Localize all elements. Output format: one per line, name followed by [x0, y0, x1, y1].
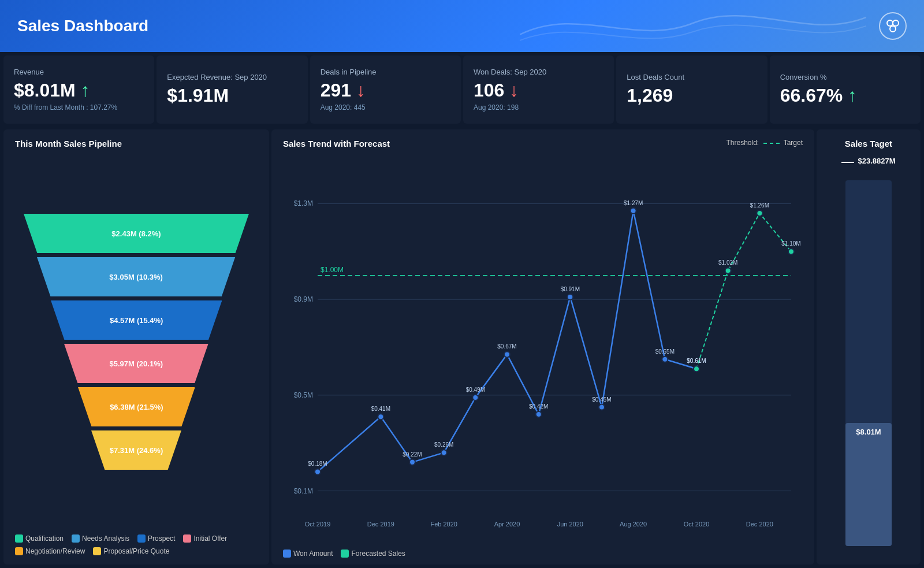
legend-label: Initial Offer	[193, 534, 227, 543]
svg-text:Oct 2019: Oct 2019	[305, 521, 331, 528]
funnel-layer-3: $5.97M (20.1%)	[64, 344, 208, 385]
kpi-card-1: Exepcted Revenue: Sep 2020 $1.91M	[157, 55, 307, 124]
kpi-card-0: Revenue $8.01M ↑ % Diff from Last Month …	[3, 55, 154, 124]
chart-legend-color	[341, 550, 349, 558]
legend-label: Qualification	[25, 534, 64, 543]
target-bar-value: $8.01M	[856, 423, 881, 436]
svg-text:$0.65M: $0.65M	[655, 348, 675, 355]
svg-text:$1.02M: $1.02M	[718, 259, 737, 266]
svg-point-0	[887, 20, 893, 26]
svg-point-41	[472, 395, 478, 400]
legend-color-box	[15, 547, 23, 555]
svg-text:Apr 2020: Apr 2020	[494, 521, 520, 528]
kpi-value: 1,269	[627, 85, 757, 106]
chart-title: Sales Trend with Forecast	[283, 139, 390, 149]
header: Sales Dashboard	[0, 0, 924, 52]
kpi-card-2: Deals in Pipeline 291 ↓ Aug 2020: 445	[310, 55, 461, 124]
svg-text:$0.61M: $0.61M	[687, 358, 706, 364]
kpi-arrow: ↑	[848, 85, 857, 106]
funnel-layer-svg-1: $3.05M (10.3%)	[37, 257, 235, 296]
legend-label: Negotiation/Review	[25, 547, 85, 555]
svg-text:$0.9M: $0.9M	[294, 295, 313, 303]
target-bar-fill: $8.01M	[845, 423, 892, 546]
svg-point-63	[788, 248, 794, 254]
kpi-card-3: Won Deals: Sep 2020 106 ↓ Aug 2020: 198	[463, 55, 614, 124]
legend-color-box	[72, 534, 80, 543]
svg-text:$7.31M (24.6%): $7.31M (24.6%)	[110, 446, 163, 455]
kpi-sub: Aug 2020: 198	[474, 103, 603, 112]
svg-text:$0.41M: $0.41M	[371, 406, 390, 412]
kpi-value: 66.67% ↑	[780, 85, 910, 106]
funnel-legend-item-3: Initial Offer	[183, 534, 227, 543]
svg-point-43	[504, 351, 510, 357]
kpi-label: Won Deals: Sep 2020	[474, 68, 603, 76]
funnel-legend-item-2: Prospect	[137, 534, 175, 543]
funnel-layer-2: $4.57M (15.4%)	[51, 300, 222, 342]
svg-text:Dec 2020: Dec 2020	[746, 521, 773, 528]
kpi-value: 291 ↓	[321, 80, 450, 101]
chart-legend: Won AmountForecasted Sales	[283, 550, 803, 558]
funnel-layer-svg-3: $5.97M (20.1%)	[64, 344, 208, 383]
svg-point-49	[599, 404, 605, 410]
funnel-legend-item-5: Proposal/Price Quote	[93, 547, 169, 555]
header-title: Sales Dashboard	[17, 17, 148, 35]
chart-panel: Sales Trend with Forecast Threshold: Tar…	[271, 129, 814, 565]
svg-text:$4.57M (15.4%): $4.57M (15.4%)	[110, 316, 163, 325]
svg-text:$0.22M: $0.22M	[403, 451, 422, 458]
header-logo	[879, 12, 907, 40]
target-line-value: $23.8827M	[858, 157, 895, 165]
svg-point-51	[631, 208, 636, 214]
chart-header: Sales Trend with Forecast Threshold: Tar…	[283, 139, 803, 157]
svg-text:$0.26M: $0.26M	[434, 441, 453, 448]
svg-point-37	[409, 459, 415, 465]
legend-color-box	[183, 534, 191, 543]
kpi-label: Exepcted Revenue: Sep 2020	[167, 73, 297, 81]
svg-text:$1.26M: $1.26M	[750, 202, 769, 209]
chart-legend-color	[283, 550, 291, 558]
chart-legend-item-0: Won Amount	[283, 550, 333, 558]
threshold-line-icon	[763, 143, 780, 144]
funnel-legend-item-0: Qualification	[15, 534, 64, 543]
svg-text:$0.91M: $0.91M	[561, 286, 580, 292]
legend-color-box	[15, 534, 23, 543]
legend-color-box	[93, 547, 101, 555]
kpi-row: Revenue $8.01M ↑ % Diff from Last Month …	[0, 52, 924, 127]
main-content: This Month Sales Pipeline $2.43M (8.2%)$…	[0, 127, 924, 568]
kpi-sub: Aug 2020: 445	[321, 103, 450, 112]
chart-legend-item-1: Forecasted Sales	[341, 550, 405, 558]
funnel-layer-5: $7.31M (24.6%)	[91, 430, 181, 472]
kpi-value: $1.91M	[167, 85, 297, 106]
svg-point-2	[890, 26, 896, 32]
svg-text:$1.00M: $1.00M	[321, 266, 344, 274]
kpi-label: Conversion %	[780, 73, 910, 81]
svg-point-61	[757, 210, 762, 216]
kpi-sub: % Diff from Last Month : 107.27%	[14, 103, 144, 112]
target-line-icon	[841, 162, 854, 163]
svg-point-45	[536, 411, 542, 417]
kpi-value: $8.01M ↑	[14, 80, 144, 101]
threshold-legend: Threshold: Target	[726, 139, 803, 147]
funnel-layer-svg-5: $7.31M (24.6%)	[91, 430, 181, 470]
legend-label: Needs Analysis	[82, 534, 129, 543]
svg-text:$0.18M: $0.18M	[308, 461, 327, 467]
svg-text:$0.45M: $0.45M	[592, 396, 611, 403]
svg-text:$3.05M (10.3%): $3.05M (10.3%)	[110, 273, 163, 281]
funnel-legend-item-1: Needs Analysis	[72, 534, 129, 543]
kpi-label: Revenue	[14, 68, 144, 76]
svg-text:$1.3M: $1.3M	[294, 199, 313, 207]
legend-label: Prospect	[148, 534, 175, 543]
kpi-arrow: ↑	[81, 80, 90, 101]
funnel-panel: This Month Sales Pipeline $2.43M (8.2%)$…	[3, 129, 269, 565]
chart-legend-label: Won Amount	[293, 550, 333, 558]
kpi-card-5: Conversion % 66.67% ↑	[770, 55, 921, 124]
svg-text:$2.43M (8.2%): $2.43M (8.2%)	[111, 229, 161, 238]
funnel-layer-svg-0: $2.43M (8.2%)	[24, 214, 249, 253]
svg-point-53	[662, 357, 668, 362]
svg-text:Jun 2020: Jun 2020	[557, 521, 583, 528]
funnel-container: $2.43M (8.2%)$3.05M (10.3%)$4.57M (15.4%…	[15, 157, 258, 529]
svg-text:$0.67M: $0.67M	[497, 343, 516, 350]
sales-target-title: Sales Taget	[845, 139, 892, 149]
funnel-layer-0: $2.43M (8.2%)	[24, 214, 249, 255]
kpi-value: 106 ↓	[474, 80, 603, 101]
funnel-legend: QualificationNeeds AnalysisProspectIniti…	[15, 534, 258, 555]
